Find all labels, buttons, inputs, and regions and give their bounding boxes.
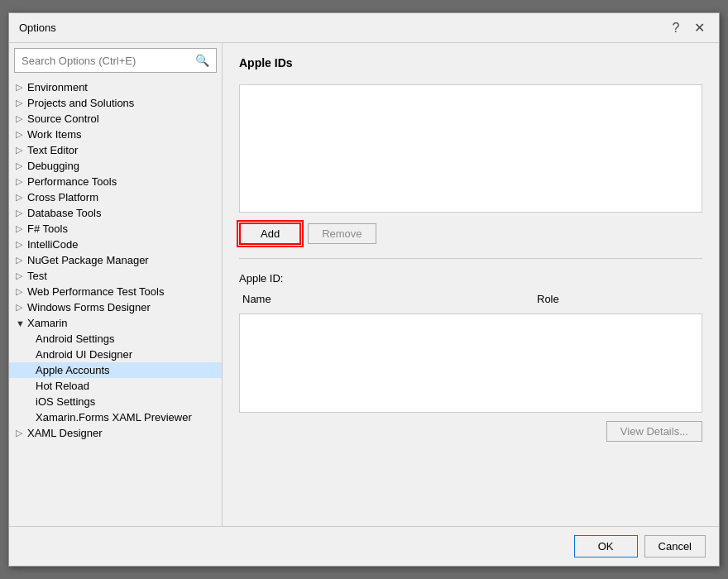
tree-items: ▷ Environment ▷ Projects and Solutions ▷… [9,76,222,526]
sidebar-item-label: Database Tools [27,207,215,219]
chevron-icon: ▷ [16,160,27,171]
sidebar-item-label: Projects and Solutions [27,97,215,109]
sidebar-item-apple-accounts[interactable]: Apple Accounts [9,362,222,378]
add-button[interactable]: Add [239,223,301,245]
sidebar-item-label: Apple Accounts [36,364,110,376]
sidebar-item-xaml[interactable]: ▷ XAML Designer [9,425,222,441]
sidebar-item-label: NuGet Package Manager [27,254,215,266]
sidebar-item-label: Test [27,270,215,282]
chevron-icon: ▷ [16,270,27,281]
sidebar-item-label: Xamarin [27,317,215,329]
sidebar-item-label: IntelliCode [27,238,215,251]
title-bar: Options ? ✕ [9,13,719,43]
sidebar-item-label: Performance Tools [27,175,215,188]
sidebar-item-source[interactable]: ▷ Source Control [9,111,222,127]
sidebar-item-dbtools[interactable]: ▷ Database Tools [9,205,222,221]
sidebar-item-label: Hot Reload [36,380,89,392]
sidebar-item-projects[interactable]: ▷ Projects and Solutions [9,95,222,111]
sidebar-item-label: Work Items [27,128,215,141]
sidebar-item-label: Text Editor [27,144,215,156]
view-details-button[interactable]: View Details... [606,421,702,442]
chevron-icon: ▷ [16,286,27,297]
divider [239,258,702,259]
sidebar-item-label: Android Settings [36,333,114,345]
chevron-icon: ▷ [16,428,27,438]
sidebar-item-test[interactable]: ▷ Test [9,268,222,284]
col-role-header: Role [537,293,702,305]
sidebar-item-nuget[interactable]: ▷ NuGet Package Manager [9,252,222,268]
sidebar-item-label: F# Tools [27,223,215,235]
search-icon: 🔍 [195,54,209,67]
sidebar-item-label: Cross Platform [27,191,215,203]
chevron-icon: ▷ [16,176,27,187]
dialog-body: 🔍 ▷ Environment ▷ Projects and Solutions… [9,43,719,526]
apple-id-label: Apple ID: [239,272,702,285]
add-remove-row: Add Remove [239,223,702,245]
sidebar-item-label: iOS Settings [36,395,95,408]
sidebar-item-crossplatform[interactable]: ▷ Cross Platform [9,189,222,205]
chevron-icon: ▷ [16,82,27,93]
sidebar-item-hot-reload[interactable]: Hot Reload [9,378,222,394]
chevron-icon: ▷ [16,192,27,203]
main-content: Apple IDs Add Remove Apple ID: Name Role… [223,43,719,526]
sidebar-item-label: Android UI Designer [36,348,132,361]
columns-header: Name Role [239,290,702,309]
sidebar-item-perftools[interactable]: ▷ Performance Tools [9,174,222,189]
apple-id-section: Apple ID: Name Role View Details... [239,272,702,442]
chevron-icon: ▷ [16,255,27,266]
sidebar-item-label: Environment [27,81,215,93]
sidebar-item-intellicode[interactable]: ▷ IntelliCode [9,237,222,252]
sidebar-item-label: Web Performance Test Tools [27,285,215,298]
chevron-icon: ▷ [16,223,27,234]
sidebar-item-fsharp[interactable]: ▷ F# Tools [9,221,222,237]
search-input[interactable] [22,55,195,67]
help-button[interactable]: ? [666,18,686,38]
chevron-icon: ▷ [16,129,27,140]
sidebar-item-label: Debugging [27,160,215,172]
search-box[interactable]: 🔍 [14,48,217,73]
sidebar-item-texteditor[interactable]: ▷ Text Editor [9,142,222,158]
sidebar: 🔍 ▷ Environment ▷ Projects and Solutions… [9,43,223,526]
ok-button[interactable]: OK [574,535,638,557]
col-name-header: Name [239,293,537,305]
sidebar-item-xamarin[interactable]: ▼ Xamarin [9,315,222,331]
close-button[interactable]: ✕ [689,18,709,38]
chevron-icon: ▷ [16,239,27,250]
sidebar-item-winforms[interactable]: ▷ Windows Forms Designer [9,299,222,315]
sidebar-item-label: Source Control [27,112,215,125]
chevron-icon: ▷ [16,208,27,218]
sidebar-item-webperf[interactable]: ▷ Web Performance Test Tools [9,284,222,299]
view-details-row: View Details... [239,421,702,442]
sidebar-item-workitems[interactable]: ▷ Work Items [9,127,222,142]
cancel-button[interactable]: Cancel [644,535,706,557]
chevron-icon: ▷ [16,113,27,124]
chevron-icon: ▷ [16,98,27,108]
sidebar-item-ios-settings[interactable]: iOS Settings [9,394,222,409]
chevron-down-icon: ▼ [16,318,27,328]
title-bar-controls: ? ✕ [666,18,709,38]
remove-button[interactable]: Remove [308,223,376,244]
sidebar-item-label: XAML Designer [27,427,215,439]
options-dialog: Options ? ✕ 🔍 ▷ Environment ▷ Projects a… [8,12,720,567]
sidebar-item-environment[interactable]: ▷ Environment [9,79,222,95]
sidebar-item-debugging[interactable]: ▷ Debugging [9,158,222,174]
section-title: Apple IDs [239,56,702,69]
sidebar-item-xamarin-forms[interactable]: Xamarin.Forms XAML Previewer [9,409,222,425]
sidebar-item-label: Windows Forms Designer [27,301,215,313]
dialog-footer: OK Cancel [9,526,719,566]
chevron-icon: ▷ [16,145,27,156]
sidebar-item-android-settings[interactable]: Android Settings [9,331,222,347]
apple-id-table [239,313,702,413]
chevron-icon: ▷ [16,302,27,313]
sidebar-item-label: Xamarin.Forms XAML Previewer [36,411,192,423]
sidebar-item-android-ui[interactable]: Android UI Designer [9,347,222,362]
dialog-title: Options [19,22,56,34]
apple-ids-list [239,84,702,213]
